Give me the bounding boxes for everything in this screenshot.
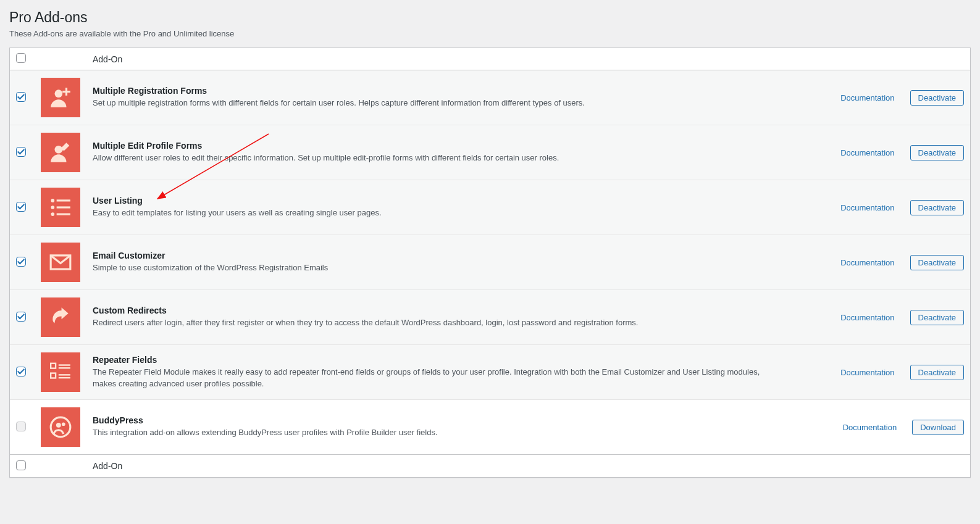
svg-rect-7 (57, 206, 70, 208)
header-select-all (10, 48, 35, 70)
svg-rect-12 (59, 367, 70, 368)
page-title: Pro Add-ons (9, 9, 971, 26)
deactivate-button[interactable]: Deactivate (910, 145, 964, 160)
svg-rect-13 (51, 373, 56, 378)
deactivate-button[interactable]: Deactivate (910, 255, 964, 270)
addon-title: User Listing (93, 196, 779, 206)
table-row: BuddyPressThis integration add-on allows… (10, 400, 970, 454)
addon-description: Easy to edit templates for listing your … (93, 207, 779, 219)
deactivate-button[interactable]: Deactivate (910, 90, 964, 106)
addon-description: Allow different user roles to edit their… (93, 152, 779, 164)
deactivate-button[interactable]: Deactivate (910, 310, 964, 325)
row-checkbox[interactable] (16, 367, 26, 376)
row-checkbox[interactable] (16, 257, 26, 267)
table-row: Multiple Registration FormsSet up multip… (10, 70, 970, 125)
svg-point-0 (55, 89, 63, 98)
row-checkbox[interactable] (16, 202, 26, 212)
svg-rect-15 (59, 377, 70, 378)
documentation-link[interactable]: Documentation (843, 423, 897, 432)
addon-description: Simple to use customization of the WordP… (93, 262, 779, 274)
addon-title: Multiple Edit Profile Forms (93, 141, 779, 151)
deactivate-button[interactable]: Deactivate (910, 200, 964, 215)
addon-title: Custom Redirects (93, 306, 779, 315)
user-plus-icon (41, 78, 80, 117)
addon-title: BuddyPress (93, 415, 779, 425)
table-row: Repeater FieldsThe Repeater Field Module… (10, 345, 970, 400)
table-row: Custom RedirectsRedirect users after log… (10, 290, 970, 345)
row-checkbox[interactable] (16, 147, 26, 157)
repeater-icon (41, 352, 80, 392)
svg-point-18 (62, 422, 65, 426)
row-checkbox[interactable] (16, 92, 26, 102)
deactivate-button[interactable]: Deactivate (910, 365, 964, 380)
svg-rect-5 (57, 199, 70, 201)
documentation-link[interactable]: Documentation (840, 313, 894, 322)
redirect-icon (41, 297, 80, 337)
buddypress-icon (41, 407, 80, 447)
select-all-checkbox[interactable] (16, 53, 26, 63)
row-checkbox (16, 422, 26, 431)
documentation-link[interactable]: Documentation (840, 93, 894, 102)
list-users-icon (41, 188, 80, 227)
select-all-footer-checkbox[interactable] (16, 460, 26, 470)
user-edit-icon (41, 133, 80, 172)
addon-description: Redirect users after login, after they f… (93, 317, 779, 329)
addon-description: This integration add-on allows extending… (93, 426, 779, 439)
addons-table: Add-On Multiple Registration FormsSet up… (9, 48, 971, 478)
addon-title: Email Customizer (93, 251, 779, 260)
svg-rect-2 (62, 91, 70, 93)
page-description: These Add-ons are available with the Pro… (9, 29, 971, 38)
svg-rect-11 (59, 364, 70, 365)
envelope-icon (41, 243, 80, 282)
addon-title: Multiple Registration Forms (93, 86, 779, 96)
table-row: Email CustomizerSimple to use customizat… (10, 235, 970, 290)
svg-rect-10 (51, 364, 56, 368)
documentation-link[interactable]: Documentation (840, 148, 894, 157)
documentation-link[interactable]: Documentation (840, 368, 894, 377)
addon-description: Set up multiple registration forms with … (93, 97, 779, 109)
table-row: Multiple Edit Profile FormsAllow differe… (10, 125, 970, 180)
svg-rect-14 (59, 374, 70, 375)
footer-select-all (10, 454, 35, 477)
table-row: User ListingEasy to edit templates for l… (10, 180, 970, 235)
svg-point-4 (51, 199, 54, 202)
addon-title: Repeater Fields (93, 355, 779, 365)
addon-description: The Repeater Field Module makes it reall… (93, 366, 779, 390)
svg-rect-9 (57, 214, 70, 215)
header-addon-col: Add-On (86, 48, 785, 70)
documentation-link[interactable]: Documentation (840, 258, 894, 267)
footer-addon-col: Add-On (86, 454, 785, 477)
svg-point-3 (55, 146, 63, 154)
download-button[interactable]: Download (912, 420, 964, 435)
row-checkbox[interactable] (16, 312, 26, 322)
svg-point-17 (56, 423, 61, 428)
documentation-link[interactable]: Documentation (840, 203, 894, 212)
svg-point-6 (51, 206, 54, 209)
svg-point-8 (51, 212, 54, 216)
